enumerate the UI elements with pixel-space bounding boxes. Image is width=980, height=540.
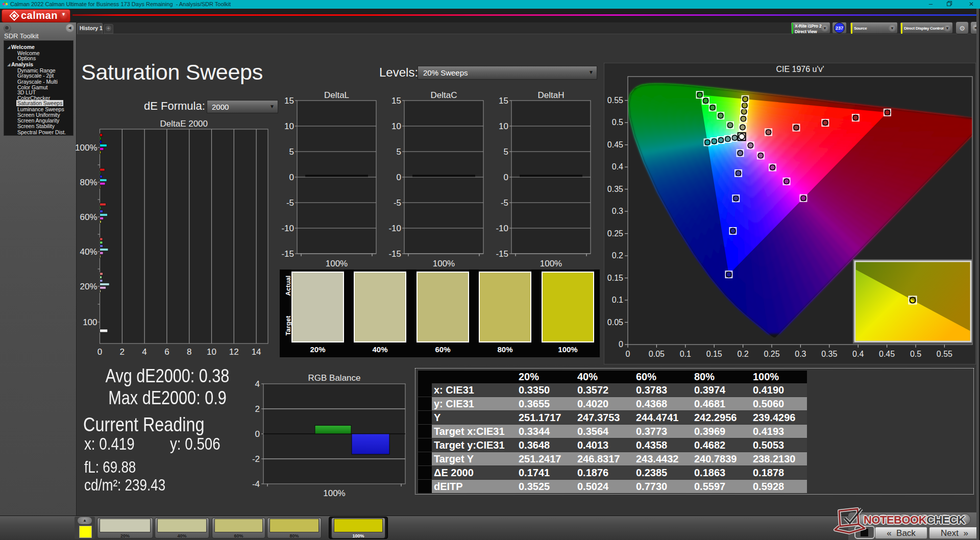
svg-text:60%: 60%: [80, 212, 97, 222]
svg-text:80%: 80%: [80, 178, 97, 187]
svg-text:-15: -15: [281, 249, 294, 259]
svg-text:4: 4: [255, 379, 260, 389]
svg-text:40%: 40%: [80, 247, 97, 257]
svg-text:0.4: 0.4: [852, 350, 864, 358]
svg-text:0.55: 0.55: [937, 350, 952, 358]
svg-text:0.5: 0.5: [612, 118, 623, 127]
svg-text:0.3: 0.3: [612, 207, 623, 215]
svg-text:12: 12: [229, 347, 239, 357]
svg-text:10: 10: [499, 121, 508, 131]
svg-text:0.25: 0.25: [607, 229, 623, 238]
svg-text:100%: 100%: [540, 259, 562, 268]
svg-text:5: 5: [504, 147, 508, 157]
svg-text:100%: 100%: [323, 488, 345, 498]
svg-text:0.3: 0.3: [795, 350, 806, 358]
svg-text:100%: 100%: [75, 143, 97, 153]
svg-text:0.2: 0.2: [612, 251, 623, 260]
svg-text:0.35: 0.35: [607, 185, 623, 193]
svg-text:15: 15: [284, 96, 294, 106]
svg-text:20%: 20%: [80, 282, 97, 291]
svg-text:5: 5: [289, 147, 294, 157]
svg-text:0: 0: [397, 173, 401, 182]
svg-text:0: 0: [97, 347, 102, 357]
svg-text:0.15: 0.15: [607, 274, 623, 282]
svg-text:-4: -4: [252, 479, 260, 489]
svg-text:-15: -15: [388, 249, 401, 259]
svg-text:0.05: 0.05: [607, 318, 623, 327]
svg-text:-5: -5: [286, 198, 294, 208]
svg-text:6: 6: [164, 347, 169, 357]
svg-text:8: 8: [187, 347, 191, 357]
svg-text:0.15: 0.15: [706, 350, 722, 358]
svg-text:-10: -10: [281, 224, 294, 233]
svg-text:0.35: 0.35: [821, 350, 837, 358]
svg-text:0.55: 0.55: [607, 96, 623, 105]
svg-text:-2: -2: [252, 454, 260, 464]
svg-text:15: 15: [499, 96, 508, 106]
svg-text:RGB Balance: RGB Balance: [308, 373, 361, 383]
svg-text:2: 2: [255, 404, 260, 414]
svg-text:10: 10: [284, 121, 294, 131]
svg-text:0: 0: [504, 173, 508, 182]
svg-text:DeltaL: DeltaL: [324, 92, 349, 100]
svg-text:4: 4: [142, 347, 146, 357]
svg-text:0.1: 0.1: [680, 350, 691, 358]
svg-text:10: 10: [207, 347, 216, 357]
svg-text:0.4: 0.4: [612, 162, 623, 171]
svg-text:-5: -5: [501, 198, 508, 208]
svg-text:DeltaE 2000: DeltaE 2000: [160, 119, 208, 129]
svg-text:100%: 100%: [326, 259, 348, 268]
svg-text:0.2: 0.2: [737, 350, 748, 358]
svg-text:0.45: 0.45: [607, 140, 623, 149]
svg-text:-15: -15: [496, 249, 508, 259]
svg-text:14: 14: [252, 347, 261, 357]
svg-text:0.25: 0.25: [764, 350, 779, 358]
svg-text:-10: -10: [388, 224, 401, 233]
svg-text:DeltaH: DeltaH: [538, 92, 565, 100]
svg-text:100%: 100%: [433, 259, 455, 268]
svg-text:15: 15: [391, 96, 401, 106]
svg-text:0: 0: [289, 173, 294, 182]
svg-text:0.05: 0.05: [649, 350, 665, 358]
svg-text:5: 5: [397, 147, 401, 157]
svg-text:0: 0: [626, 350, 630, 358]
svg-text:CIE 1976 u'v': CIE 1976 u'v': [776, 65, 824, 73]
svg-text:0: 0: [255, 429, 260, 439]
svg-text:-5: -5: [394, 198, 401, 208]
svg-text:2: 2: [120, 347, 125, 357]
svg-text:0.45: 0.45: [879, 350, 895, 358]
svg-text:0.1: 0.1: [612, 296, 623, 304]
svg-text:-10: -10: [496, 224, 508, 233]
svg-text:0.5: 0.5: [910, 350, 921, 358]
svg-text:DeltaC: DeltaC: [431, 92, 457, 100]
svg-text:100: 100: [83, 317, 97, 327]
svg-text:0: 0: [619, 340, 623, 349]
svg-text:10: 10: [391, 121, 401, 131]
